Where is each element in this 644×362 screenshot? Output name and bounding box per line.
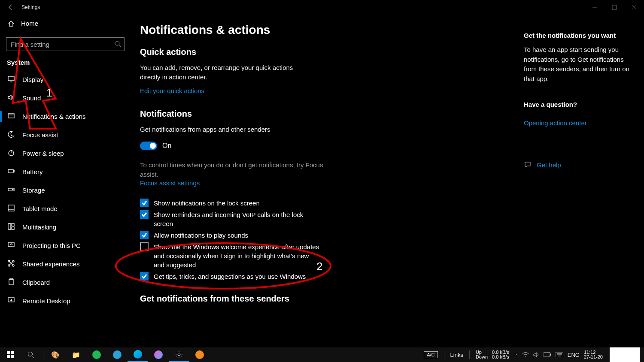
back-button[interactable]: [0, 0, 21, 15]
sidebar-item-display[interactable]: Display: [0, 70, 131, 89]
notifications-master-toggle[interactable]: [140, 142, 157, 150]
notification-icon: [8, 112, 15, 121]
info-heading-1: Get the notifications you want: [524, 32, 631, 39]
sidebar-item-label: Battery: [22, 168, 43, 175]
edge-icon: [134, 350, 142, 359]
maximize-button[interactable]: [605, 0, 624, 15]
tray-overflow-icon[interactable]: [513, 353, 518, 357]
focus-assist-link[interactable]: Focus assist settings: [140, 179, 200, 187]
sidebar-item-battery[interactable]: Battery: [0, 163, 131, 181]
quick-actions-heading: Quick actions: [140, 47, 466, 57]
sidebar-item-label: Remote Desktop: [22, 297, 70, 305]
battery-icon[interactable]: [544, 352, 551, 357]
svg-rect-28: [550, 354, 551, 356]
taskbar-app-settings[interactable]: [169, 347, 189, 362]
chat-icon: [524, 161, 532, 169]
sidebar-item-label: Display: [22, 76, 43, 83]
checkbox-label: Show reminders and incoming VoIP calls o…: [154, 210, 320, 228]
moon-icon: [8, 131, 15, 139]
svg-rect-18: [9, 279, 13, 285]
notifications-master-state: On: [162, 142, 171, 150]
checkbox-label: Get tips, tricks, and suggestions as you…: [154, 272, 306, 281]
sidebar-item-label: Shared experiences: [22, 260, 79, 268]
itunes-icon: [154, 350, 163, 359]
edit-quick-actions-link[interactable]: Edit your quick actions: [140, 87, 204, 94]
notifications-heading: Notifications: [140, 109, 466, 119]
main-content: Notifications & actions Quick actions Yo…: [140, 23, 466, 347]
sidebar-item-label: Tablet mode: [22, 205, 58, 212]
tray-clock[interactable]: 11:1227-11-20: [584, 350, 603, 359]
taskbar-search[interactable]: [21, 347, 41, 362]
svg-rect-23: [7, 355, 10, 358]
checkbox[interactable]: [140, 231, 149, 239]
taskbar-app-spotify[interactable]: [86, 347, 107, 362]
tray-net-values: 0.0 kB/s0.0 kB/s: [492, 350, 509, 359]
sidebar-item-notification[interactable]: Notifications & actions: [0, 107, 131, 126]
sidebar-item-power[interactable]: Power & sleep: [0, 144, 131, 163]
sidebar-item-label: Clipboard: [22, 279, 50, 286]
sidebar-item-tablet[interactable]: Tablet mode: [0, 199, 131, 218]
taskbar-app-edge[interactable]: [128, 347, 148, 362]
spotify-icon: [92, 350, 101, 359]
wifi-icon[interactable]: [522, 352, 529, 358]
tray-input-lang[interactable]: ENG: [568, 352, 580, 358]
windows-icon: [7, 351, 14, 358]
checkbox[interactable]: [140, 210, 149, 219]
svg-point-25: [28, 352, 33, 356]
sidebar-item-sound[interactable]: Sound: [0, 89, 131, 107]
focus-assist-body: To control times when you do or don't ge…: [140, 160, 325, 179]
tray-net-labels: UpDown: [476, 350, 488, 359]
checkbox[interactable]: [140, 272, 149, 281]
senders-heading: Get notifications from these senders: [140, 294, 466, 304]
taskbar-app-telegram[interactable]: [107, 347, 128, 362]
everything-icon: [195, 350, 204, 359]
svg-rect-2: [8, 76, 14, 81]
svg-rect-0: [612, 5, 617, 9]
svg-rect-11: [12, 223, 14, 226]
sidebar-home-label: Home: [21, 20, 38, 27]
notification-option: Show reminders and incoming VoIP calls o…: [140, 210, 320, 228]
svg-rect-3: [8, 114, 14, 118]
shared-icon: [8, 260, 15, 268]
minimize-button[interactable]: [585, 0, 605, 15]
search-icon: [114, 40, 121, 47]
storage-icon: [8, 186, 15, 194]
start-button[interactable]: [0, 347, 21, 362]
keyboard-icon[interactable]: [556, 352, 563, 357]
checkbox-label: Show me the Windows welcome experience a…: [154, 242, 320, 269]
opening-action-center-link[interactable]: Opening action center: [524, 119, 587, 127]
search-input[interactable]: [6, 37, 125, 51]
svg-rect-22: [11, 351, 14, 354]
close-button[interactable]: [624, 0, 644, 15]
checkbox[interactable]: [140, 199, 149, 207]
taskbar-app-everything[interactable]: [189, 347, 210, 362]
sidebar-item-moon[interactable]: Focus assist: [0, 126, 131, 144]
action-center-button[interactable]: [610, 347, 640, 362]
sound-icon: [8, 94, 15, 102]
sidebar-item-storage[interactable]: Storage: [0, 181, 131, 199]
sidebar-home[interactable]: Home: [0, 15, 131, 32]
tray-ac-indicator[interactable]: A/C: [424, 351, 437, 358]
volume-icon[interactable]: [533, 352, 539, 358]
sidebar-item-project[interactable]: Projecting to this PC: [0, 236, 131, 255]
sidebar-item-remote[interactable]: Remote Desktop: [0, 292, 131, 310]
tablet-icon: [8, 205, 15, 213]
svg-rect-24: [11, 355, 14, 358]
checkbox[interactable]: [140, 242, 149, 251]
taskbar-app-paint[interactable]: 🎨: [45, 347, 66, 362]
svg-rect-20: [8, 298, 14, 302]
sidebar-item-clipboard[interactable]: Clipboard: [0, 273, 131, 292]
taskbar-app-explorer[interactable]: 📁: [66, 347, 86, 362]
svg-rect-10: [8, 223, 11, 229]
power-icon: [8, 149, 15, 157]
sidebar: Home System Display Sound Notifications …: [0, 15, 131, 347]
get-help-link[interactable]: Get help: [537, 161, 561, 169]
title-bar: Settings: [0, 0, 644, 15]
sidebar-item-multitask[interactable]: Multitasking: [0, 218, 131, 236]
notification-option: Show me the Windows welcome experience a…: [140, 242, 320, 269]
sidebar-item-shared[interactable]: Shared experiences: [0, 255, 131, 273]
tray-links-toolbar[interactable]: Links: [450, 352, 463, 358]
info-heading-2: Have a question?: [524, 101, 631, 108]
taskbar-app-itunes[interactable]: [148, 347, 169, 362]
notification-option: Show notifications on the lock screen: [140, 199, 320, 208]
